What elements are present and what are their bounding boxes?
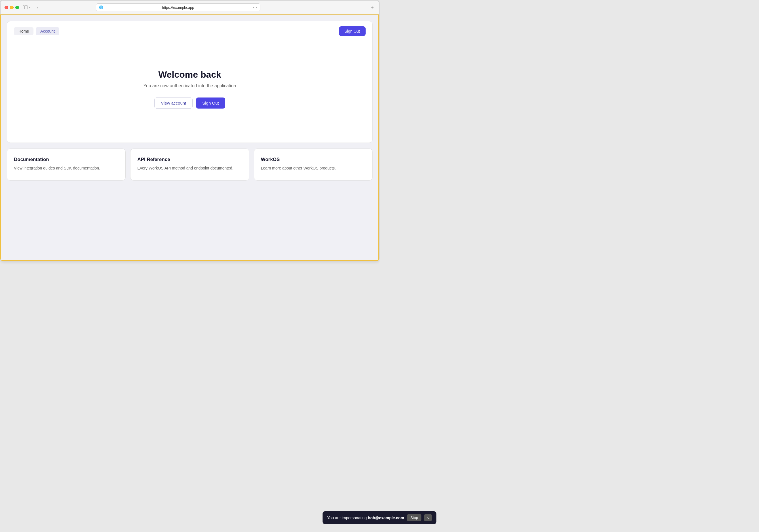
sidebar-toggle-button[interactable]: [22, 5, 32, 10]
home-nav-link[interactable]: Home: [14, 27, 33, 35]
workos-card: WorkOS Learn more about other WorkOS pro…: [254, 148, 373, 180]
nav-bar: Home Account Sign Out: [7, 21, 373, 41]
hero-section: Welcome back You are now authenticated i…: [7, 41, 373, 142]
address-bar[interactable]: 🌐 https://example.app ···: [96, 3, 260, 11]
browser-content: Home Account Sign Out Welcome back You a…: [0, 15, 379, 261]
documentation-card: Documentation View integration guides an…: [7, 148, 126, 180]
globe-icon: 🌐: [99, 5, 103, 9]
view-account-button[interactable]: View account: [154, 97, 193, 109]
hero-buttons: View account Sign Out: [154, 97, 225, 109]
api-reference-desc: Every WorkOS API method and endpoint doc…: [137, 165, 242, 171]
main-card: Home Account Sign Out Welcome back You a…: [7, 21, 373, 143]
workos-desc: Learn more about other WorkOS products.: [261, 165, 366, 171]
more-options-icon[interactable]: ···: [253, 5, 257, 10]
documentation-desc: View integration guides and SDK document…: [14, 165, 119, 171]
svg-rect-1: [25, 6, 27, 9]
traffic-lights: [5, 6, 19, 9]
api-reference-card: API Reference Every WorkOS API method an…: [130, 148, 249, 180]
new-tab-button[interactable]: +: [369, 4, 375, 11]
documentation-title: Documentation: [14, 157, 119, 162]
sign-out-hero-button[interactable]: Sign Out: [196, 97, 225, 109]
sign-out-nav-button[interactable]: Sign Out: [339, 26, 366, 36]
close-button[interactable]: [5, 6, 8, 9]
fullscreen-button[interactable]: [15, 6, 19, 9]
nav-links: Home Account: [14, 27, 59, 35]
back-button[interactable]: ‹: [35, 4, 40, 11]
svg-rect-0: [23, 6, 25, 9]
hero-subtitle: You are now authenticated into the appli…: [143, 83, 236, 89]
workos-title: WorkOS: [261, 157, 366, 162]
bottom-cards: Documentation View integration guides an…: [7, 148, 373, 180]
hero-title: Welcome back: [158, 69, 221, 80]
account-nav-link[interactable]: Account: [36, 27, 59, 35]
minimize-button[interactable]: [10, 6, 14, 9]
api-reference-title: API Reference: [137, 157, 242, 162]
url-text: https://example.app: [105, 5, 251, 10]
